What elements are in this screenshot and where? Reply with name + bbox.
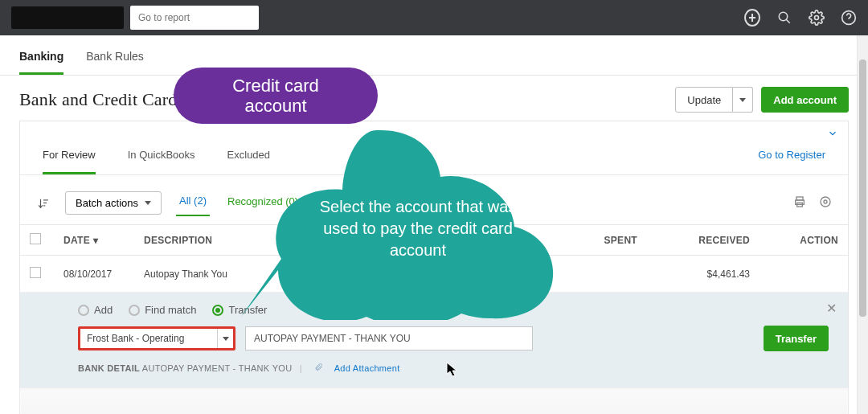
print-icon[interactable]	[793, 195, 806, 211]
gear-icon[interactable]	[809, 10, 825, 26]
svg-point-12	[824, 200, 827, 203]
memo-input[interactable]	[245, 326, 533, 350]
radio-add[interactable]: Add	[78, 304, 113, 316]
brand-logo	[11, 6, 124, 29]
tab-banking[interactable]: Banking	[19, 50, 63, 75]
add-account-button[interactable]: Add account	[761, 87, 849, 113]
radio-add-label: Add	[94, 304, 113, 316]
col-action: ACTION	[760, 225, 848, 256]
add-attachment-link[interactable]: Add Attachment	[334, 363, 400, 373]
col-description: DESCRIPTION	[134, 225, 271, 256]
radio-transfer-label: Transfer	[228, 304, 267, 316]
help-icon[interactable]	[841, 10, 857, 26]
row-checkbox[interactable]	[30, 267, 41, 278]
collapse-toggle[interactable]	[827, 128, 838, 142]
bank-detail-value: AUTOPAY PAYMENT - THANK YOU	[142, 363, 293, 373]
transactions-table: DATE ▾ DESCRIPTION PAY SPENT RECEIVED AC…	[20, 224, 848, 388]
svg-point-2	[815, 16, 819, 20]
top-bar	[0, 0, 868, 35]
row-date: 08/10/2017	[54, 256, 134, 293]
primary-tabs: Banking Bank Rules	[0, 35, 868, 76]
transfer-button[interactable]: Transfer	[764, 326, 829, 351]
separator: |	[300, 363, 302, 373]
title-actions: Update Add account	[675, 87, 849, 113]
bank-detail-label: BANK DETAIL	[78, 363, 140, 373]
chevron-down-icon	[217, 329, 233, 348]
sub-tabs: For Review In QuickBooks Excluded Go to …	[20, 121, 848, 175]
table-tools	[793, 195, 832, 211]
transactions-card: For Review In QuickBooks Excluded Go to …	[19, 121, 849, 414]
mouse-cursor-icon	[446, 362, 459, 381]
svg-point-0	[779, 12, 788, 21]
radio-find-match-label: Find match	[145, 304, 196, 316]
row-received: $4,461.43	[647, 256, 760, 293]
svg-line-1	[786, 19, 790, 23]
transfer-account-select[interactable]: Frost Bank - Operating	[78, 326, 235, 350]
update-dropdown-toggle[interactable]	[733, 87, 753, 113]
close-icon[interactable]: ✕	[826, 301, 837, 316]
topbar-right	[744, 10, 857, 26]
col-received: RECEIVED	[647, 225, 760, 256]
subtab-excluded[interactable]: Excluded	[227, 149, 270, 174]
sort-icon[interactable]	[36, 197, 51, 210]
row-description: Autopay Thank You	[134, 256, 271, 293]
update-button[interactable]: Update	[675, 87, 733, 113]
radio-find-match[interactable]: Find match	[129, 304, 196, 316]
radio-transfer[interactable]: Transfer	[212, 304, 267, 316]
filter-all[interactable]: All (2)	[176, 190, 210, 216]
blurred-content	[20, 388, 848, 414]
subtab-in-quickbooks[interactable]: In QuickBooks	[128, 149, 195, 174]
table-settings-icon[interactable]	[819, 195, 832, 211]
filter-recognized[interactable]: Recognized (0)	[224, 191, 301, 215]
vertical-scrollbar[interactable]	[857, 35, 868, 414]
title-row: Bank and Credit Cards Update Add account	[0, 76, 868, 121]
row-spent	[559, 256, 647, 293]
topbar-left	[11, 6, 259, 30]
col-date[interactable]: DATE ▾	[54, 225, 134, 256]
update-button-group: Update	[675, 87, 753, 113]
chevron-down-icon	[739, 98, 746, 102]
table-row[interactable]: 08/10/2017 Autopay Thank You $4,461.43	[20, 256, 848, 293]
batch-actions-label: Batch actions	[76, 197, 138, 209]
subtab-for-review[interactable]: For Review	[43, 149, 96, 174]
filter-row: Batch actions All (2) Recognized (0)	[20, 175, 848, 224]
tab-bank-rules[interactable]: Bank Rules	[86, 50, 144, 75]
create-icon[interactable]	[744, 10, 760, 26]
col-spent: SPENT	[559, 225, 647, 256]
callout-purple: Credit card account	[174, 68, 378, 124]
chevron-down-icon	[145, 201, 151, 205]
go-to-register-link[interactable]: Go to Register	[758, 149, 825, 174]
svg-point-13	[821, 197, 830, 207]
expanded-panel: ✕ Add Find match Transfer Frost Bank - O…	[20, 293, 848, 387]
select-all-checkbox[interactable]	[30, 233, 41, 244]
global-search-input[interactable]	[130, 6, 259, 30]
col-payee: PAY	[271, 225, 559, 256]
content-area: Banking Bank Rules Bank and Credit Cards…	[0, 35, 868, 414]
attachment-icon	[314, 363, 326, 373]
action-radio-group: Add Find match Transfer	[78, 304, 829, 316]
search-icon[interactable]	[776, 10, 792, 26]
page-title: Bank and Credit Cards	[19, 89, 184, 110]
batch-actions-button[interactable]: Batch actions	[65, 191, 162, 215]
transfer-form-row: Frost Bank - Operating Transfer	[78, 326, 829, 351]
